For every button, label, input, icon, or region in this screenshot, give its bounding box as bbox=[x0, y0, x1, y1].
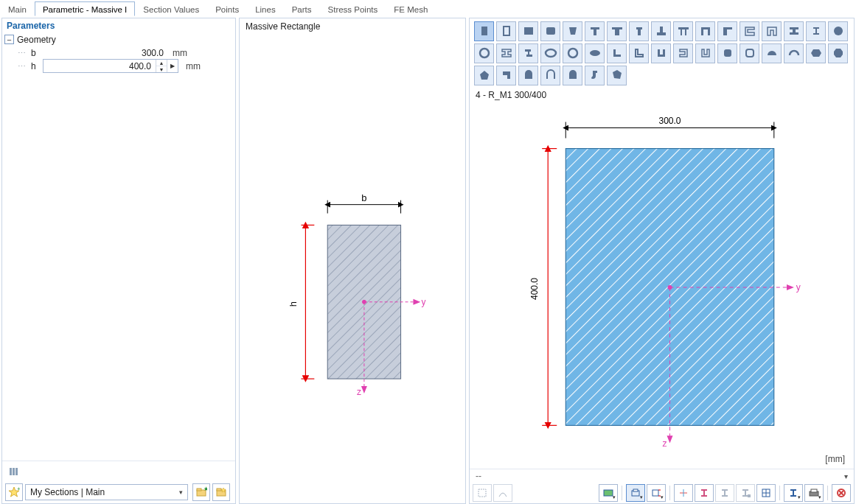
shape-rect-notch[interactable] bbox=[496, 66, 516, 85]
shape-tee-inverted[interactable] bbox=[651, 21, 671, 41]
spin-up-icon[interactable]: ▲ bbox=[156, 60, 167, 66]
svg-point-25 bbox=[480, 49, 489, 57]
dim-400-label: 400.0 bbox=[529, 277, 540, 299]
shape-i-beam[interactable] bbox=[784, 21, 804, 41]
y-axis-label: y bbox=[421, 297, 425, 307]
spin-down-icon[interactable]: ▼ bbox=[156, 66, 167, 72]
shape-arch[interactable] bbox=[518, 66, 538, 85]
param-unit: mm bbox=[181, 61, 203, 71]
tab-stress-points[interactable]: Stress Points bbox=[320, 1, 386, 16]
shape-rect-solid[interactable] bbox=[474, 21, 494, 41]
shape-tee-double[interactable] bbox=[607, 21, 627, 41]
new-folder-button[interactable] bbox=[212, 483, 230, 501]
tab-points[interactable]: Points bbox=[207, 1, 247, 16]
z-axis-label: z bbox=[663, 438, 667, 449]
svg-point-26 bbox=[546, 49, 556, 57]
shape-circle-solid[interactable] bbox=[828, 21, 848, 41]
shape-half-ring[interactable] bbox=[784, 43, 804, 63]
toolbar-print-button[interactable]: ▾ bbox=[626, 484, 645, 502]
tab-parts[interactable]: Parts bbox=[284, 1, 320, 16]
svg-rect-52 bbox=[748, 494, 751, 497]
svg-marker-31 bbox=[811, 49, 821, 57]
param-value-b[interactable]: 300.0 bbox=[43, 48, 168, 58]
param-row-b[interactable]: ⋯ b 300.0 mm bbox=[4, 46, 233, 60]
dim-b-label: b bbox=[361, 192, 366, 203]
param-row-h[interactable]: ⋯ h 400.0 ▲ ▼ ▶ mm bbox=[4, 60, 233, 73]
tab-fe-mesh[interactable]: FE Mesh bbox=[386, 1, 436, 16]
shape-round-hollow[interactable] bbox=[740, 43, 759, 63]
dim-300-label: 300.0 bbox=[658, 115, 681, 125]
library-icon[interactable] bbox=[5, 463, 23, 480]
tab-main[interactable]: Main bbox=[0, 1, 35, 16]
shape-bottle[interactable] bbox=[585, 66, 605, 85]
parameters-pane: Parameters − Geometry ⋯ b 300.0 mm ⋯ h 4… bbox=[1, 18, 236, 504]
group-label: Geometry bbox=[17, 35, 56, 45]
shape-pi-left[interactable] bbox=[717, 21, 737, 41]
toolbar-curve-button[interactable] bbox=[493, 484, 512, 502]
toolbar-printer-button[interactable]: ▾ bbox=[804, 484, 824, 502]
tab-section-values[interactable]: Section Values bbox=[135, 1, 207, 16]
shape-z-section[interactable] bbox=[518, 43, 538, 63]
shape-channel-u[interactable] bbox=[651, 43, 671, 63]
shape-half-circle[interactable] bbox=[762, 43, 782, 63]
param-spinbox-h[interactable]: 400.0 ▲ ▼ ▶ bbox=[43, 59, 178, 73]
toolbar-color-button[interactable]: ▾ bbox=[599, 484, 618, 502]
svg-rect-29 bbox=[724, 49, 731, 57]
shape-tee[interactable] bbox=[585, 21, 605, 41]
toolbar-i-legend-button[interactable] bbox=[736, 484, 755, 502]
toolbar-values-button[interactable]: ▾ bbox=[784, 484, 803, 502]
open-folder-button[interactable]: ★ bbox=[192, 483, 210, 501]
toolbar-select-button[interactable] bbox=[473, 484, 492, 502]
tab-lines[interactable]: Lines bbox=[247, 1, 284, 16]
svg-rect-21 bbox=[524, 27, 533, 35]
shape-pentagon[interactable] bbox=[474, 66, 494, 85]
shape-rect-solid-alt[interactable] bbox=[518, 21, 538, 41]
param-label: b bbox=[31, 48, 43, 58]
shape-circle-ring[interactable] bbox=[563, 43, 582, 63]
param-unit: mm bbox=[168, 48, 190, 58]
toolbar-dimension-button[interactable]: ▾ bbox=[647, 484, 666, 502]
shape-hexagon[interactable] bbox=[806, 43, 826, 63]
shape-ellipse[interactable] bbox=[540, 43, 560, 63]
toolbar-grid-button[interactable] bbox=[756, 484, 776, 502]
shape-rect-round-solid[interactable] bbox=[540, 21, 560, 41]
tab-parametric[interactable]: Parametric - Massive I bbox=[35, 1, 135, 16]
shape-angle-hollow[interactable] bbox=[629, 43, 649, 63]
shape-pi-section[interactable] bbox=[695, 21, 715, 41]
svg-rect-30 bbox=[746, 49, 754, 57]
favorites-combo[interactable]: My Sections | Main ▾ bbox=[25, 484, 188, 500]
shape-u-hollow[interactable] bbox=[673, 43, 693, 63]
shape-rect-hollow[interactable] bbox=[496, 21, 516, 41]
shape-i-beam-thin[interactable] bbox=[806, 21, 826, 41]
parameters-title: Parameters bbox=[2, 18, 235, 33]
shape-angle-l[interactable] bbox=[607, 43, 627, 63]
shape-arch-solid[interactable] bbox=[563, 66, 582, 85]
shape-ellipse-solid[interactable] bbox=[585, 43, 605, 63]
shape-i-roll[interactable] bbox=[496, 43, 516, 63]
shape-trapezoid[interactable] bbox=[563, 21, 582, 41]
toolbar-i-result-button[interactable] bbox=[715, 484, 734, 502]
spin-right-icon[interactable]: ▶ bbox=[167, 60, 178, 72]
chevron-down-icon[interactable]: ▾ bbox=[844, 472, 848, 480]
svg-marker-34 bbox=[613, 70, 622, 79]
shape-tee-narrow[interactable] bbox=[629, 21, 649, 41]
shape-arch-open[interactable] bbox=[540, 66, 560, 85]
favorite-star-button[interactable]: + bbox=[5, 483, 23, 501]
shape-u-open[interactable] bbox=[695, 43, 715, 63]
shape-poly-free[interactable] bbox=[607, 66, 627, 85]
shape-ring[interactable] bbox=[474, 43, 494, 63]
shape-double-tee[interactable] bbox=[673, 21, 693, 41]
param-value-h[interactable]: 400.0 bbox=[44, 61, 156, 71]
top-tabs: Main Parametric - Massive I Section Valu… bbox=[0, 0, 856, 16]
shape-octagon[interactable] bbox=[828, 43, 848, 63]
shape-palette bbox=[470, 18, 854, 88]
toolbar-i-active-button[interactable] bbox=[695, 484, 714, 502]
shape-pi-open[interactable] bbox=[740, 21, 759, 41]
toolbar-axes-button[interactable] bbox=[674, 484, 693, 502]
svg-rect-47 bbox=[653, 490, 658, 496]
collapse-icon[interactable]: − bbox=[4, 35, 14, 44]
toolbar-close-button[interactable] bbox=[832, 484, 851, 502]
shape-pi-closed[interactable] bbox=[762, 21, 782, 41]
tree-group-geometry[interactable]: − Geometry bbox=[4, 33, 233, 46]
shape-round-rect[interactable] bbox=[717, 43, 737, 63]
